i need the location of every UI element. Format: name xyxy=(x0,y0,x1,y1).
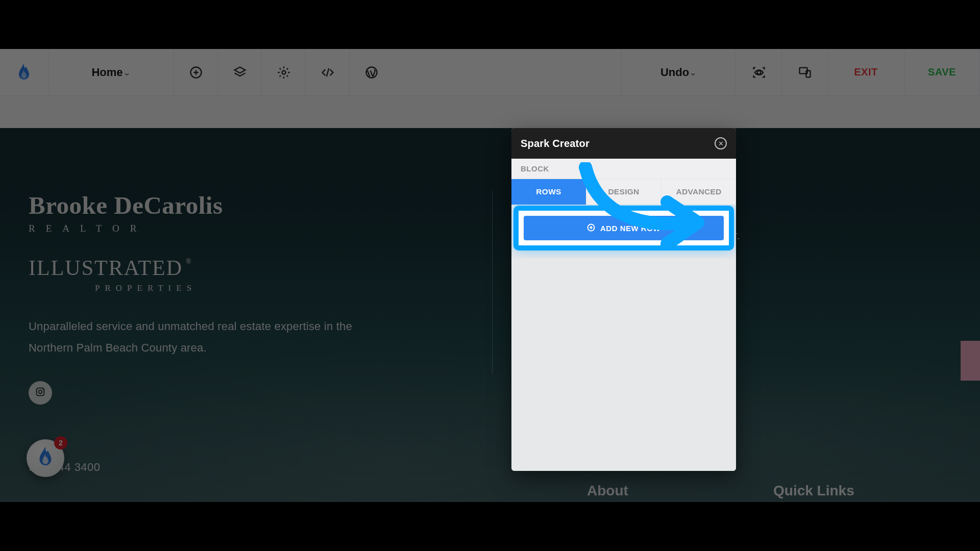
letterbox-top xyxy=(0,0,980,49)
app-viewport: Home ⌄ Undo ⌄ EXIT xyxy=(0,49,980,502)
spark-creator-panel: Spark Creator ✕ BLOCK ROWS DESIGN ADVANC… xyxy=(511,128,736,471)
letterbox-bottom xyxy=(0,502,980,551)
tab-advanced[interactable]: ADVANCED xyxy=(662,179,736,205)
tab-design-label: DESIGN xyxy=(608,187,639,196)
plus-circle-icon xyxy=(587,223,595,233)
tab-rows[interactable]: ROWS xyxy=(511,179,586,205)
panel-body: ADD NEW ROW xyxy=(511,206,736,471)
panel-empty-area xyxy=(511,258,736,471)
panel-header: Spark Creator ✕ xyxy=(511,128,736,159)
close-icon: ✕ xyxy=(718,140,724,147)
panel-tabs: ROWS DESIGN ADVANCED xyxy=(511,179,736,205)
panel-block-label: BLOCK xyxy=(511,159,736,179)
panel-title: Spark Creator xyxy=(521,138,590,149)
add-row-label: ADD NEW ROW xyxy=(600,224,660,233)
tab-rows-label: ROWS xyxy=(536,187,561,196)
panel-close-button[interactable]: ✕ xyxy=(715,137,727,149)
tab-design[interactable]: DESIGN xyxy=(586,179,662,205)
tab-advanced-label: ADVANCED xyxy=(676,187,721,196)
modal-dimmer xyxy=(0,49,980,502)
add-new-row-button[interactable]: ADD NEW ROW xyxy=(524,216,724,240)
annotation-highlight: ADD NEW ROW xyxy=(513,206,734,251)
